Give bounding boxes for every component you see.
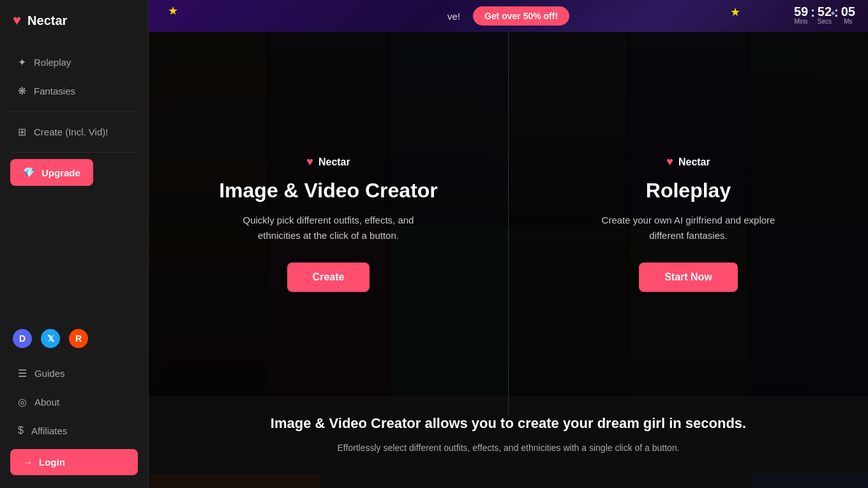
discount-button[interactable]: Get over 50% off! <box>473 6 569 26</box>
sidebar-item-label: Roleplay <box>34 57 71 68</box>
app-title: Nectar <box>27 13 67 28</box>
sidebar-item-guides[interactable]: ☰ Guides <box>5 360 143 387</box>
discord-icon[interactable]: D <box>13 329 32 348</box>
logo-heart-icon: ♥ <box>13 12 21 29</box>
sidebar-item-label: About <box>34 397 59 408</box>
affiliates-icon: $ <box>18 425 24 436</box>
guides-icon: ☰ <box>18 367 27 379</box>
discord-symbol: D <box>19 333 26 344</box>
timer-ms: 05 Ms <box>841 5 855 25</box>
reddit-icon[interactable]: R <box>69 329 88 348</box>
banner-text: ve! <box>447 11 460 22</box>
nav-divider-2 <box>10 152 138 153</box>
panel-heart-icon-right: ♥ <box>666 155 673 169</box>
left-panel-content: ♥ Nectar Image & Video Creator Quickly p… <box>149 32 508 415</box>
panel-logo-text-right: Nectar <box>678 156 710 168</box>
social-links: D 𝕏 R <box>0 319 148 358</box>
login-button[interactable]: → Login <box>10 449 138 475</box>
timer-ms-label: Ms <box>844 18 852 25</box>
timer-ms-value: 05 <box>841 5 855 18</box>
reddit-symbol: R <box>75 333 82 344</box>
roleplay-icon: ✦ <box>18 56 26 68</box>
create-icon: ⊞ <box>18 126 26 138</box>
panel-heart-icon-left: ♥ <box>306 155 313 169</box>
right-panel-description: Create your own AI girlfriend and explor… <box>587 213 791 243</box>
timer-secs: 52 Secs <box>818 5 832 25</box>
top-banner: ★ ★ ✦ ve! Get over 50% off! 59 Mins : 52… <box>149 0 868 32</box>
sidebar-item-label: Fantasies <box>34 86 75 96</box>
star-icon-2: ★ <box>730 5 740 19</box>
right-panel-content: ♥ Nectar Roleplay Create your own AI gir… <box>509 32 868 415</box>
bottom-description: Effortlessly select different outfits, e… <box>174 441 842 455</box>
sidebar-item-fantasies[interactable]: ❋ Fantasies <box>5 77 143 105</box>
upgrade-icon: 💎 <box>23 167 35 178</box>
timer-secs-label: Secs <box>818 18 832 25</box>
timer-mins-label: Mins <box>794 18 807 25</box>
timer-colon-1: : <box>811 5 815 20</box>
timer-mins-value: 59 <box>794 5 808 18</box>
sidebar-bottom: ☰ Guides ◎ About $ Affiliates → Login <box>0 358 148 488</box>
timer-colon-2: : <box>834 5 839 20</box>
sidebar-logo: ♥ Nectar <box>0 0 148 41</box>
main-content: ★ ★ ✦ ve! Get over 50% off! 59 Mins : 52… <box>149 0 868 488</box>
sidebar-item-roleplay[interactable]: ✦ Roleplay <box>5 49 143 76</box>
left-panel-title: Image & Video Creator <box>219 179 438 202</box>
content-area: ♥ Nectar Image & Video Creator Quickly p… <box>149 32 868 488</box>
upgrade-button[interactable]: 💎 Upgrade <box>10 159 93 186</box>
sidebar-item-create[interactable]: ⊞ Create (Incl. Vid)! <box>5 118 143 146</box>
roleplay-panel: ♥ Nectar Roleplay Create your own AI gir… <box>509 32 868 415</box>
login-icon: → <box>23 457 33 468</box>
start-now-button[interactable]: Start Now <box>639 263 738 292</box>
sidebar: ♥ Nectar ✦ Roleplay ❋ Fantasies ⊞ Create… <box>0 0 149 488</box>
bottom-title: Image & Video Creator allows you to crea… <box>174 415 842 432</box>
sidebar-item-about[interactable]: ◎ About <box>5 388 143 416</box>
sidebar-item-affiliates[interactable]: $ Affiliates <box>5 417 143 444</box>
timer-mins: 59 Mins <box>794 5 808 25</box>
image-video-panel: ♥ Nectar Image & Video Creator Quickly p… <box>149 32 508 415</box>
login-label: Login <box>39 457 65 468</box>
feature-panels: ♥ Nectar Image & Video Creator Quickly p… <box>149 32 868 415</box>
panel-logo-text-left: Nectar <box>318 156 350 168</box>
sidebar-item-label: Create (Incl. Vid)! <box>34 126 108 137</box>
left-panel-description: Quickly pick different outfits, effects,… <box>227 213 431 243</box>
panel-logo-left: ♥ Nectar <box>306 155 350 169</box>
timer-secs-value: 52 <box>818 5 832 18</box>
create-button[interactable]: Create <box>287 263 370 292</box>
twitter-icon[interactable]: 𝕏 <box>41 329 60 348</box>
sidebar-item-label: Guides <box>34 368 65 379</box>
sidebar-item-label: Affiliates <box>31 425 67 436</box>
upgrade-label: Upgrade <box>41 167 80 178</box>
twitter-symbol: 𝕏 <box>47 333 54 344</box>
nav-divider <box>10 111 138 112</box>
fantasies-icon: ❋ <box>18 85 26 97</box>
panel-logo-right: ♥ Nectar <box>666 155 710 169</box>
right-panel-title: Roleplay <box>646 179 731 202</box>
countdown-timer: 59 Mins : 52 Secs : 05 Ms <box>794 5 855 25</box>
star-icon-1: ★ <box>168 4 178 18</box>
panel-divider <box>508 32 509 415</box>
about-icon: ◎ <box>18 396 27 408</box>
sidebar-nav: ✦ Roleplay ❋ Fantasies ⊞ Create (Incl. V… <box>0 41 148 319</box>
